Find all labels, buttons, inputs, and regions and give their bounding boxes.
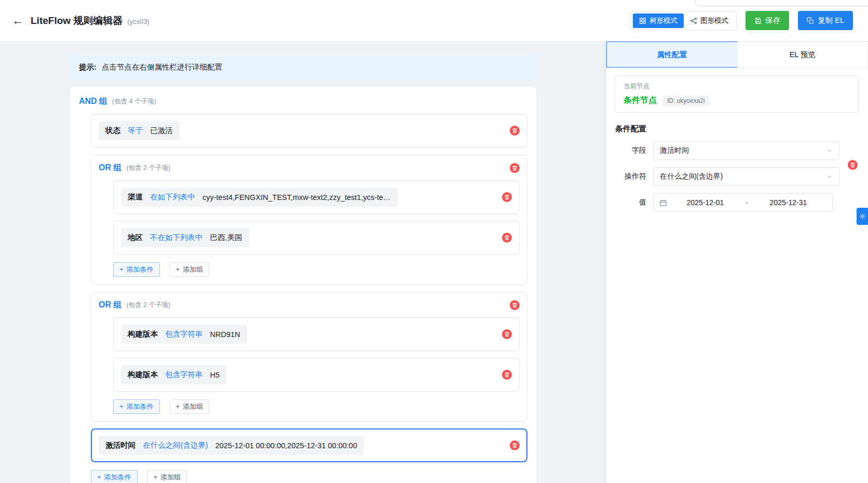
- delete-condition-button[interactable]: [502, 192, 512, 202]
- settings-edge-button[interactable]: [857, 208, 868, 225]
- tree-mode-button[interactable]: 树形模式: [633, 14, 684, 28]
- group-actions: + 添加条件 + 添加组: [113, 262, 520, 277]
- tip-banner: 提示: 点击节点在右侧属性栏进行详细配置: [70, 55, 536, 80]
- root-group-count: (包含 4 个子项): [112, 97, 156, 106]
- condition-field: 地区: [128, 233, 143, 243]
- field-label: 字段: [606, 146, 646, 155]
- condition-operator: 不在如下列表中: [150, 233, 203, 243]
- condition-operator: 包含字符串: [165, 370, 203, 380]
- plus-icon: +: [119, 265, 124, 274]
- date-separator: -: [743, 198, 750, 207]
- panel-tabs: 属性配置 EL 预览: [606, 42, 868, 68]
- add-group-label: 添加组: [183, 265, 203, 274]
- plus-icon: +: [176, 265, 180, 274]
- condition-config-title: 条件配置: [615, 124, 868, 134]
- date-end[interactable]: 2025-12-31: [750, 198, 826, 207]
- condition-chip: 构建版本 包含字符串 NRD91N: [121, 325, 247, 344]
- add-condition-button[interactable]: + 添加条件: [91, 470, 138, 483]
- chevron-down-icon: [826, 173, 833, 180]
- root-group-actions: + 添加条件 + 添加组: [91, 470, 527, 483]
- value-label: 值: [606, 198, 646, 207]
- condition-row[interactable]: 构建版本 包含字符串 NRD91N: [113, 317, 520, 351]
- or-group-name: OR 组: [99, 300, 121, 311]
- delete-group-button[interactable]: [510, 300, 520, 310]
- add-condition-button[interactable]: + 添加条件: [113, 262, 160, 277]
- save-label: 保存: [765, 16, 780, 25]
- copy-icon: [807, 17, 814, 24]
- date-start[interactable]: 2025-12-01: [667, 198, 743, 207]
- operator-select[interactable]: 在什么之间(含边界): [653, 167, 839, 186]
- node-type: 条件节点: [623, 95, 657, 106]
- node-id-badge: ID: ukyoexa2i: [662, 96, 710, 106]
- condition-operator: 等于: [128, 126, 143, 136]
- delete-condition-button[interactable]: [510, 126, 520, 136]
- add-condition-button[interactable]: + 添加条件: [113, 399, 160, 414]
- overlay-remnant: [695, 0, 868, 6]
- value-row: 值 2025-12-01 - 2025-12-31: [606, 193, 868, 212]
- delete-condition-button[interactable]: [502, 329, 512, 339]
- field-select-value: 激活时间: [660, 146, 689, 155]
- condition-field: 激活时间: [105, 440, 135, 450]
- or-group-count: (包含 2 个子项): [126, 164, 170, 172]
- or-group: OR 组 (包含 2 个子项) 构建版本 包含字符串: [91, 292, 527, 422]
- condition-chip: 构建版本 包含字符串 H5: [121, 365, 226, 384]
- root-group-header: AND 组 (包含 4 个子项): [79, 96, 527, 107]
- condition-field: 渠道: [128, 192, 143, 202]
- condition-row[interactable]: 地区 不在如下列表中 巴西,美国: [113, 221, 520, 254]
- add-group-button[interactable]: + 添加组: [170, 399, 210, 414]
- add-group-button[interactable]: + 添加组: [170, 262, 210, 277]
- copy-el-button[interactable]: 复制 EL: [798, 11, 853, 30]
- condition-value: 巴西,美国: [210, 233, 242, 243]
- back-arrow-icon: ←: [12, 15, 23, 26]
- plus-icon: +: [154, 473, 158, 482]
- delete-condition-button[interactable]: [510, 440, 520, 450]
- tip-text: 点击节点在右侧属性栏进行详细配置: [102, 63, 222, 71]
- delete-condition-button[interactable]: [502, 370, 512, 380]
- chevron-down-icon: [826, 147, 833, 154]
- delete-condition-button[interactable]: [502, 233, 512, 243]
- plus-icon: +: [176, 402, 180, 411]
- operator-select-value: 在什么之间(含边界): [660, 172, 723, 181]
- copy-el-label: 复制 EL: [818, 16, 844, 25]
- save-button[interactable]: 保存: [745, 11, 789, 30]
- condition-operator: 包含字符串: [165, 329, 203, 339]
- condition-row[interactable]: 渠道 在如下列表中 cyy-test4,FENGXIN_TEST,mxw-tex…: [113, 180, 520, 214]
- condition-row[interactable]: 状态 等于 已激活: [91, 114, 527, 147]
- condition-value: H5: [210, 371, 220, 379]
- condition-chip: 地区 不在如下列表中 巴西,美国: [121, 228, 249, 247]
- tab-properties[interactable]: 属性配置: [606, 42, 738, 68]
- condition-field: 构建版本: [128, 370, 158, 380]
- condition-value: 已激活: [150, 126, 173, 136]
- graph-mode-button[interactable]: 图形模式: [684, 14, 735, 28]
- add-group-button[interactable]: + 添加组: [147, 470, 187, 483]
- or-group: OR 组 (包含 2 个子项) 渠道 在如下列表中 c: [91, 155, 527, 285]
- delete-node-button[interactable]: [848, 160, 858, 170]
- plus-icon: +: [97, 473, 101, 482]
- tree-mode-label: 树形模式: [649, 16, 677, 25]
- tab-el-preview[interactable]: EL 预览: [737, 42, 868, 68]
- add-condition-label: 添加条件: [104, 473, 131, 482]
- plus-icon: +: [119, 402, 124, 411]
- or-group-name: OR 组: [99, 163, 121, 173]
- condition-value: NRD91N: [210, 330, 240, 339]
- root-group-name: AND 组: [79, 96, 107, 107]
- condition-value: cyy-test4,FENGXIN_TEST,mxw-text2,zzy_tes…: [202, 193, 391, 202]
- save-icon: [754, 17, 762, 24]
- tip-label: 提示:: [79, 63, 97, 71]
- group-actions: + 添加条件 + 添加组: [113, 399, 520, 414]
- condition-row[interactable]: 构建版本 包含字符串 H5: [113, 358, 520, 392]
- properties-panel: 属性配置 EL 预览 当前节点 条件节点 ID: ukyoexa2i 条件配置 …: [606, 42, 868, 483]
- condition-row-selected[interactable]: 激活时间 在什么之间(含边界) 2025-12-01 00:00:00,2025…: [91, 428, 527, 462]
- or-group-count: (包含 2 个子项): [126, 301, 170, 310]
- field-row: 字段 激活时间: [606, 141, 868, 160]
- delete-group-button[interactable]: [510, 163, 520, 173]
- add-group-label: 添加组: [160, 473, 181, 482]
- back-button[interactable]: ←: [12, 15, 23, 26]
- mode-toggle: 树形模式 图形模式: [631, 11, 737, 30]
- field-select[interactable]: 激活时间: [653, 141, 839, 160]
- rule-canvas: 提示: 点击节点在右侧属性栏进行详细配置 AND 组 (包含 4 个子项) 状态…: [0, 42, 606, 483]
- date-range-input[interactable]: 2025-12-01 - 2025-12-31: [653, 193, 833, 212]
- tree-mode-icon: [639, 17, 646, 24]
- current-node-label: 当前节点: [623, 82, 850, 91]
- add-condition-label: 添加条件: [127, 265, 154, 274]
